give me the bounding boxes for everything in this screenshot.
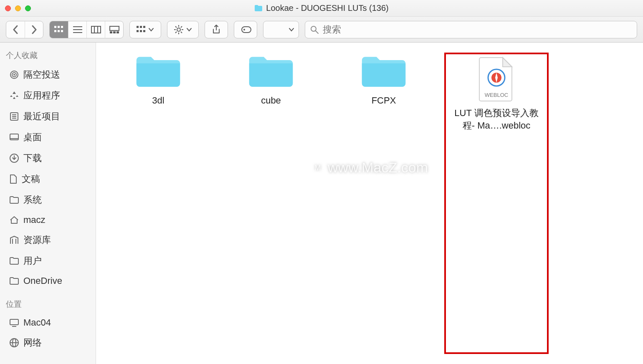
nav-buttons	[6, 21, 43, 38]
forward-button[interactable]	[25, 21, 43, 38]
file-item-folder[interactable]: FCPX	[332, 53, 436, 354]
window-title-text: Lookae - DUOGESHI LUTs (136)	[266, 3, 388, 13]
grid-icon	[54, 26, 63, 33]
tags-button[interactable]	[234, 21, 257, 38]
folder-icon	[359, 53, 408, 90]
file-grid: 3dl cube FCPX WEBLOC LUT 调色预设导入教程- Ma…	[96, 43, 643, 364]
sidebar-item-system[interactable]: 系统	[0, 190, 96, 210]
action-button[interactable]	[167, 21, 199, 38]
file-label: cube	[261, 94, 281, 107]
file-label: 3dl	[152, 94, 164, 107]
svg-line-30	[181, 26, 182, 28]
airdrop-icon	[9, 70, 19, 80]
sidebar-item-home[interactable]: macz	[0, 210, 96, 230]
search-input[interactable]	[323, 24, 632, 35]
sidebar-item-desktop[interactable]: 桌面	[0, 127, 96, 148]
network-icon	[9, 338, 19, 348]
search-icon	[310, 25, 319, 34]
view-mode-buttons	[49, 21, 124, 38]
gear-icon	[174, 25, 184, 35]
sidebar-item-label: 应用程序	[23, 89, 60, 102]
grid-icon	[137, 26, 146, 33]
svg-rect-12	[110, 26, 119, 30]
svg-point-32	[243, 29, 245, 30]
desktop-icon	[9, 133, 19, 142]
window-titlebar: Lookae - DUOGESHI LUTs (136)	[0, 0, 643, 17]
download-icon	[9, 153, 19, 163]
svg-rect-4	[58, 30, 60, 32]
sidebar-section-favorites: 个人收藏	[0, 47, 96, 64]
sidebar-item-label: Mac04	[23, 317, 51, 328]
file-item-webloc[interactable]: WEBLOC LUT 调色预设导入教程- Ma….webloc	[444, 53, 549, 354]
chevron-down-icon	[148, 28, 154, 32]
chevron-left-icon	[12, 25, 19, 34]
share-button[interactable]	[205, 21, 228, 38]
svg-rect-47	[10, 319, 18, 325]
sidebar-item-label: 文稿	[22, 173, 40, 185]
svg-line-29	[175, 32, 177, 33]
path-selector[interactable]	[263, 21, 299, 38]
sidebar-item-network[interactable]: 网络	[0, 332, 96, 353]
svg-rect-13	[110, 32, 112, 33]
doc-badge-text: WEBLOC	[485, 92, 508, 98]
svg-point-33	[311, 26, 316, 31]
back-button[interactable]	[6, 21, 25, 38]
svg-line-27	[175, 26, 177, 28]
icon-view-button[interactable]	[50, 21, 68, 38]
list-icon	[73, 26, 82, 33]
columns-icon	[91, 26, 101, 33]
tag-icon	[239, 25, 252, 34]
sidebar-item-computer[interactable]: Mac04	[0, 313, 96, 332]
svg-rect-0	[54, 26, 56, 28]
recents-icon	[9, 111, 19, 121]
file-item-folder[interactable]: cube	[219, 53, 323, 354]
sidebar-item-downloads[interactable]: 下载	[0, 148, 96, 169]
svg-rect-19	[137, 30, 139, 32]
sidebar-item-label: OneDrive	[23, 276, 62, 286]
sidebar-item-label: 资源库	[23, 234, 51, 246]
chevron-down-icon	[186, 28, 192, 32]
svg-rect-18	[143, 26, 145, 28]
list-view-button[interactable]	[68, 21, 86, 38]
sidebar-item-label: 网络	[23, 336, 42, 349]
sidebar-item-label: macz	[23, 215, 46, 225]
column-view-button[interactable]	[86, 21, 105, 38]
sidebar-item-label: 系统	[23, 194, 42, 206]
gallery-view-button[interactable]	[105, 21, 123, 38]
sidebar-item-label: 下载	[23, 152, 42, 164]
sidebar-item-label: 桌面	[23, 131, 42, 144]
folder-icon	[254, 5, 263, 12]
sidebar-item-library[interactable]: 资源库	[0, 230, 96, 250]
svg-rect-31	[242, 27, 251, 33]
sidebar-item-label: 最近项目	[23, 110, 60, 123]
folder-icon	[9, 196, 19, 204]
sidebar-item-documents[interactable]: 文稿	[0, 169, 96, 190]
home-icon	[9, 215, 19, 225]
computer-icon	[9, 318, 19, 327]
svg-rect-15	[117, 32, 119, 33]
file-item-folder[interactable]: 3dl	[106, 53, 210, 354]
search-field[interactable]	[305, 21, 637, 38]
sidebar-item-airdrop[interactable]: 隔空投送	[0, 64, 96, 85]
folder-icon	[247, 53, 295, 90]
sidebar-item-onedrive[interactable]: OneDrive	[0, 271, 96, 291]
svg-rect-17	[140, 26, 142, 28]
svg-line-28	[181, 32, 182, 33]
folder-icon	[9, 277, 19, 285]
file-label: LUT 调色预设导入教程- Ma….webloc	[448, 107, 544, 131]
folder-icon	[134, 53, 182, 90]
sidebar-item-recents[interactable]: 最近项目	[0, 106, 96, 127]
sidebar: 个人收藏 隔空投送 应用程序 最近项目 桌面 下载 文稿 系统	[0, 43, 96, 364]
gallery-icon	[109, 26, 119, 33]
svg-rect-14	[114, 32, 115, 33]
svg-rect-20	[140, 30, 142, 32]
svg-rect-1	[58, 26, 60, 28]
svg-line-34	[316, 31, 318, 33]
svg-rect-5	[61, 30, 63, 32]
sidebar-item-users[interactable]: 用户	[0, 250, 96, 271]
svg-point-22	[177, 28, 180, 31]
group-by-button[interactable]	[129, 21, 161, 38]
sidebar-item-label: 用户	[23, 255, 42, 267]
library-icon	[9, 235, 19, 245]
sidebar-item-applications[interactable]: 应用程序	[0, 85, 96, 106]
